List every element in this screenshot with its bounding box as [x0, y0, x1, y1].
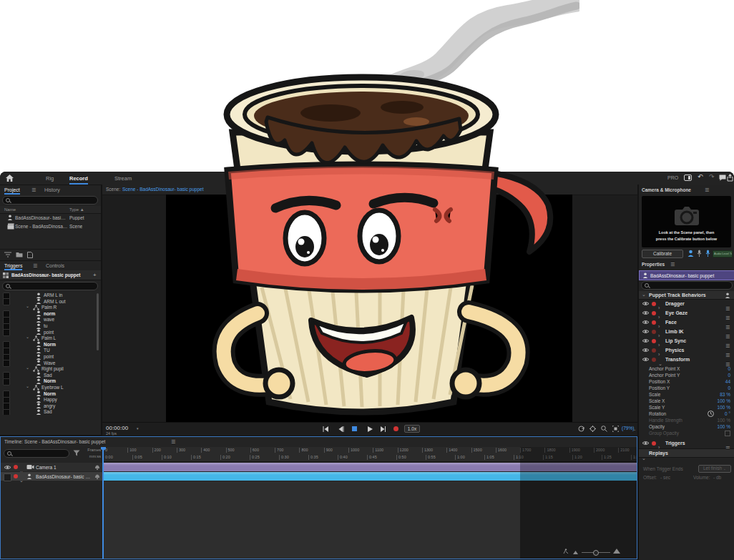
- behavior-row[interactable]: ›Dragger☰: [639, 299, 734, 308]
- trigger-item[interactable]: Norm: [0, 341, 101, 348]
- home-icon[interactable]: [6, 175, 14, 182]
- behavior-row[interactable]: ›Face☰: [639, 318, 734, 327]
- behavior-row[interactable]: ›Limb IK☰: [639, 327, 734, 336]
- trigger-item[interactable]: Happy: [0, 396, 101, 403]
- record-arm-dot[interactable]: [652, 311, 656, 315]
- zoom-in-mountain-icon[interactable]: [613, 548, 620, 554]
- eye-icon[interactable]: [4, 465, 11, 470]
- transform-property-row[interactable]: Anchor Point Y0: [639, 372, 734, 378]
- property-value[interactable]: 0: [682, 373, 730, 378]
- zoom-level[interactable]: (79%): [622, 426, 634, 431]
- property-value[interactable]: 83 %: [682, 392, 730, 397]
- trigger-item[interactable]: point: [0, 353, 101, 360]
- transform-property-row[interactable]: Anchor Point X0: [639, 365, 734, 372]
- chevron-down-icon[interactable]: ⌄: [26, 303, 29, 308]
- redo-icon[interactable]: ↷: [709, 173, 715, 180]
- scene-menu-icon[interactable]: ☰: [275, 187, 280, 192]
- eye-toggle-box[interactable]: [4, 473, 11, 481]
- record-button[interactable]: [393, 426, 398, 431]
- zoom-out-mountain-icon[interactable]: [573, 550, 578, 554]
- table-row[interactable]: BadAssDinosaur- basic puppetPuppet: [0, 214, 101, 222]
- table-row[interactable]: Scene - BadAssDinosaur- basic puppetScen…: [0, 222, 101, 230]
- record-arm-dot[interactable]: [652, 348, 656, 353]
- timeline-work-area[interactable]: [103, 481, 520, 559]
- column-name[interactable]: Name: [4, 207, 16, 212]
- property-value[interactable]: 0: [682, 366, 730, 371]
- track-header[interactable]: ⌄Camera 1: [1, 463, 103, 471]
- track-header[interactable]: ⌄BadAssDinosaur- basic puppet: [1, 472, 103, 481]
- transform-property-row[interactable]: Group Opacity: [639, 430, 734, 436]
- property-value[interactable]: 0: [682, 385, 730, 390]
- go-to-start-button[interactable]: [323, 426, 329, 432]
- eye-icon[interactable]: [642, 320, 650, 325]
- trigger-item[interactable]: Wave: [0, 360, 101, 366]
- transform-property-row[interactable]: Handle Strength100 %: [639, 417, 734, 423]
- track-filter-icon[interactable]: [73, 450, 80, 456]
- trigger-item[interactable]: ARM L in: [0, 292, 101, 298]
- group-opacity-checkbox[interactable]: [725, 431, 730, 436]
- behavior-row[interactable]: ›Eye Gaze☰: [639, 308, 734, 318]
- property-value[interactable]: 44: [682, 379, 730, 384]
- tab-rig[interactable]: Rig: [46, 175, 54, 182]
- crosshair-icon[interactable]: [589, 426, 596, 432]
- folder-icon[interactable]: [16, 252, 23, 257]
- trigger-item[interactable]: angry: [0, 403, 101, 409]
- zoom-caret-icon[interactable]: ⌄: [633, 427, 636, 431]
- chevron-down-icon[interactable]: ⌄: [19, 472, 24, 485]
- trigger-group[interactable]: ⌄Eyebrow L: [0, 384, 101, 390]
- tab-project[interactable]: Project: [4, 187, 20, 195]
- offset-value[interactable]: - sec: [660, 475, 670, 480]
- zoom-tool-icon[interactable]: [601, 426, 607, 432]
- play-button[interactable]: [367, 426, 373, 432]
- tab-triggers[interactable]: Triggers: [4, 263, 22, 270]
- chevron-down-icon[interactable]: ⌄: [26, 365, 29, 370]
- trigger-group[interactable]: ⌄Palm L: [0, 335, 101, 341]
- scene-link[interactable]: Scene - BadAssDinosaur- basic puppet: [122, 187, 203, 192]
- undo-icon[interactable]: ↶: [698, 173, 703, 180]
- trigger-item[interactable]: point: [0, 329, 101, 335]
- property-value[interactable]: 100 %: [682, 398, 730, 403]
- eye-icon[interactable]: [642, 301, 650, 306]
- transform-property-row[interactable]: Position Y0: [639, 385, 734, 391]
- behavior-row[interactable]: ›Physics☰: [639, 345, 734, 355]
- ruler-unit-primary[interactable]: Frames: [81, 448, 101, 452]
- share-icon[interactable]: [727, 174, 733, 182]
- timeline-menu-icon[interactable]: ☰: [171, 439, 175, 445]
- trigger-item[interactable]: wave: [0, 316, 101, 323]
- project-panel-menu-icon[interactable]: ☰: [31, 187, 36, 193]
- trigger-group[interactable]: ⌄Right pupil: [0, 365, 101, 372]
- eye-icon[interactable]: [642, 329, 650, 334]
- frame-forward-button[interactable]: [380, 426, 386, 432]
- record-arm-dot[interactable]: [652, 339, 656, 343]
- timeline-zoom-handle[interactable]: [593, 550, 599, 556]
- behavior-row[interactable]: ⌄Transform☰: [639, 355, 734, 364]
- tab-record[interactable]: Record: [69, 175, 88, 185]
- trigger-item[interactable]: Sad: [0, 372, 101, 378]
- record-arm-dot[interactable]: [652, 441, 656, 446]
- trigger-item[interactable]: Sad: [0, 408, 101, 415]
- comments-icon[interactable]: [719, 175, 726, 181]
- trigger-item[interactable]: Norm: [0, 378, 101, 384]
- eye-icon[interactable]: [642, 338, 650, 343]
- stop-button[interactable]: [352, 426, 357, 431]
- property-value[interactable]: 0 °: [682, 411, 730, 416]
- frame-back-button[interactable]: [338, 426, 344, 432]
- tab-stream[interactable]: Stream: [114, 175, 132, 182]
- tab-controls[interactable]: Controls: [46, 263, 64, 268]
- trigger-item[interactable]: norm: [0, 310, 101, 317]
- record-arm-dot[interactable]: [652, 330, 656, 334]
- puppet-selector-row[interactable]: BadAssDinosaur- basic puppet +: [0, 270, 101, 280]
- record-arm-dot[interactable]: [652, 358, 656, 362]
- trigger-item[interactable]: ARM L out: [0, 298, 101, 305]
- eye-icon[interactable]: [642, 441, 650, 446]
- transform-property-row[interactable]: Position X44: [639, 378, 734, 385]
- trigger-group[interactable]: ⌄Palm R: [0, 304, 101, 310]
- column-type[interactable]: Type ▲: [69, 207, 84, 212]
- chevron-down-icon[interactable]: ⌄: [26, 383, 29, 388]
- new-item-icon[interactable]: [27, 252, 33, 258]
- project-search-input[interactable]: [2, 196, 98, 205]
- timecode[interactable]: 00:00:00: [106, 425, 128, 431]
- timeline-search-input[interactable]: [4, 449, 69, 458]
- replays-section-header[interactable]: ⌄Replays: [639, 448, 734, 458]
- triggers-search-input[interactable]: [2, 282, 98, 290]
